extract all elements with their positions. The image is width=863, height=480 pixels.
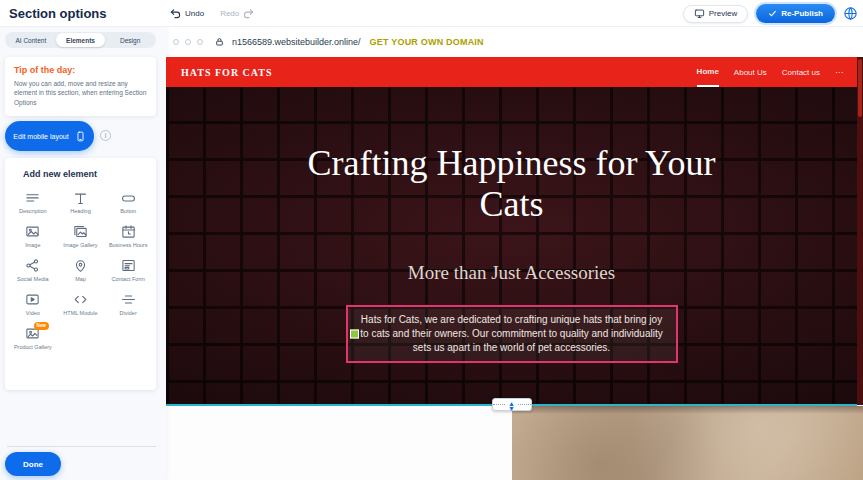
heading-icon [72, 190, 88, 206]
hero-title[interactable]: Crafting Happiness for Your Cats [277, 143, 747, 226]
element-label: Description [19, 208, 47, 215]
editor-sidebar: AI Content Elements Design Tip of the da… [0, 27, 166, 480]
monitor-icon [694, 8, 705, 19]
preview-button[interactable]: Preview [683, 5, 748, 23]
section-boundary-line: ▲▼ [166, 404, 857, 406]
window-dot [173, 39, 179, 45]
element-label: Heading [70, 208, 91, 215]
new-badge: New [34, 322, 49, 330]
window-dot [197, 39, 203, 45]
hero-section[interactable]: Crafting Happiness for Your Cats More th… [166, 87, 857, 405]
lock-icon [215, 37, 224, 47]
done-button[interactable]: Done [5, 452, 61, 476]
element-image-gallery[interactable]: Image Gallery [57, 224, 105, 249]
tip-of-the-day-card: Tip of the day: Now you can add, move an… [5, 57, 156, 116]
get-own-domain-link[interactable]: GET YOUR OWN DOMAIN [370, 37, 484, 47]
undo-label: Undo [185, 9, 204, 18]
selected-text-element[interactable]: Hats for Cats, we are dedicated to craft… [346, 305, 678, 363]
app-window: Section options Undo Redo Preview Re-Pub… [0, 0, 863, 480]
tip-heading: Tip of the day: [14, 65, 147, 75]
undo-icon [170, 8, 181, 19]
map-pin-icon [72, 258, 88, 274]
tab-ai-content[interactable]: AI Content [6, 33, 56, 47]
nav-contact-us[interactable]: Contact us [782, 57, 820, 87]
scrollbar-thumb[interactable] [858, 59, 862, 117]
topbar-actions: Preview Re-Publish [683, 0, 858, 27]
element-product-gallery[interactable]: New Product Gallery [9, 326, 57, 351]
site-header: HATS FOR CATS Home About Us Contact us ⋯ [166, 57, 857, 87]
next-section-area [166, 406, 863, 480]
social-media-icon [25, 258, 41, 274]
element-description[interactable]: Description [9, 190, 57, 215]
site-nav: Home About Us Contact us ⋯ [697, 57, 843, 87]
redo-label: Redo [220, 9, 239, 18]
element-label: Contact Form [112, 276, 145, 283]
element-business-hours[interactable]: Business Hours [104, 224, 152, 249]
element-drag-handle[interactable] [350, 329, 359, 338]
browser-url-bar: n1566589.websitebuilder.online/ GET YOUR… [166, 27, 863, 57]
element-button[interactable]: Button [104, 190, 152, 215]
sidebar-divider [7, 446, 156, 447]
check-icon [768, 9, 777, 18]
hero-content: Crafting Happiness for Your Cats More th… [166, 87, 857, 405]
element-map[interactable]: Map [57, 258, 105, 283]
divider-icon [120, 292, 136, 308]
element-image[interactable]: Image [9, 224, 57, 249]
page-title: Section options [9, 6, 107, 21]
element-video[interactable]: Video [9, 292, 57, 317]
site-logo[interactable]: HATS FOR CATS [181, 67, 273, 78]
element-label: Business Hours [109, 242, 148, 249]
element-social-media[interactable]: Social Media [9, 258, 57, 283]
image-gallery-icon [72, 224, 88, 240]
handle-dots [493, 404, 506, 405]
element-label: Divider [120, 310, 137, 317]
preview-scrollbar[interactable] [857, 57, 863, 405]
description-icon [25, 190, 41, 206]
add-new-element-heading: Add new element [9, 169, 152, 179]
section-resize-handle[interactable]: ▲▼ [492, 398, 532, 411]
element-grid: Description Heading Button Image Image G… [9, 190, 152, 350]
nav-about-us[interactable]: About Us [734, 57, 767, 87]
element-label: Map [75, 276, 86, 283]
nav-home[interactable]: Home [697, 57, 719, 87]
element-label: Button [120, 208, 136, 215]
resize-arrows-icon: ▲▼ [508, 400, 515, 410]
handle-dots [518, 404, 531, 405]
element-divider[interactable]: Divider [104, 292, 152, 317]
element-html-module[interactable]: HTML Module [57, 292, 105, 317]
add-new-element-panel: Add new element Description Heading Butt… [5, 158, 156, 390]
contact-form-icon [120, 258, 136, 274]
code-icon [72, 292, 88, 308]
undo-redo-group: Undo Redo [170, 0, 254, 27]
tip-body: Now you can add, move and resize any ele… [14, 79, 147, 107]
element-label: HTML Module [63, 310, 97, 317]
element-heading[interactable]: Heading [57, 190, 105, 215]
element-label: Image Gallery [63, 242, 97, 249]
republish-label: Re-Publish [781, 9, 823, 18]
redo-icon [243, 8, 254, 19]
window-dot [185, 39, 191, 45]
info-icon[interactable]: i [100, 130, 111, 141]
language-globe-icon[interactable] [843, 6, 858, 21]
editor-topbar: Section options Undo Redo Preview Re-Pub… [0, 0, 863, 27]
tab-design[interactable]: Design [105, 33, 155, 47]
republish-button[interactable]: Re-Publish [756, 4, 835, 23]
nav-more-icon[interactable]: ⋯ [835, 57, 843, 87]
element-label: Video [26, 310, 40, 317]
tab-elements[interactable]: Elements [56, 33, 106, 47]
phone-icon [75, 130, 86, 143]
business-hours-icon [120, 224, 136, 240]
sidebar-tabs: AI Content Elements Design [5, 32, 156, 48]
edit-mobile-layout-button[interactable]: Edit mobile layout [5, 121, 94, 151]
element-label: Product Gallery [14, 344, 52, 351]
next-section-image [512, 406, 863, 480]
preview-label: Preview [709, 9, 737, 18]
hero-paragraph: Hats for Cats, we are dedicated to craft… [359, 313, 665, 355]
redo-button[interactable]: Redo [220, 8, 254, 19]
site-url: n1566589.websitebuilder.online/ [232, 37, 361, 47]
hero-subtitle[interactable]: More than Just Accessories [408, 262, 615, 284]
video-icon [25, 292, 41, 308]
undo-button[interactable]: Undo [170, 8, 204, 19]
element-contact-form[interactable]: Contact Form [104, 258, 152, 283]
element-label: Social Media [17, 276, 49, 283]
